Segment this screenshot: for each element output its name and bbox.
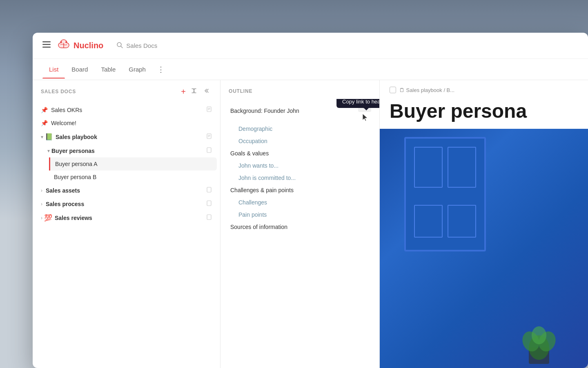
expand-view-button[interactable]	[189, 87, 199, 96]
sidebar-item-label: Buyer persona A	[55, 161, 98, 167]
doc-icon	[206, 147, 212, 154]
door-panel-top-right	[448, 147, 476, 188]
outline-title: OUTLINE	[220, 80, 379, 99]
doc-icon	[206, 214, 212, 221]
svg-rect-0	[42, 41, 51, 43]
logo-text: Nuclino	[74, 41, 103, 50]
sidebar-item-sales-playbook[interactable]: ▾ 📗 Sales playbook	[36, 130, 217, 144]
sidebar-header: SALES DOCS +	[33, 80, 220, 103]
tab-table[interactable]: Table	[94, 60, 122, 79]
plant-decoration	[514, 294, 564, 368]
svg-rect-16	[207, 148, 211, 153]
item-emoji: 📗	[45, 133, 53, 141]
search-icon	[116, 42, 123, 49]
copy-link-tooltip: Copy link to heading	[336, 99, 379, 108]
sidebar-item-label: Sales process	[46, 201, 84, 207]
app-container: Nuclino Sales Docs List Board Table Grap…	[33, 33, 588, 368]
outline-item-sources[interactable]: Sources of information	[225, 221, 374, 233]
doc-icon	[206, 133, 212, 140]
svg-point-4	[60, 41, 62, 43]
pin-icon: 📌	[41, 120, 48, 126]
svg-rect-17	[207, 187, 211, 192]
sidebar-item-label: Buyer personas	[51, 148, 95, 154]
sidebar-item-sales-reviews[interactable]: › 💯 Sales reviews	[36, 211, 217, 225]
outline-items-list: Background: Founder John Copy link to he…	[220, 99, 379, 368]
document-title: Buyer persona	[380, 100, 588, 129]
tab-list[interactable]: List	[42, 60, 65, 79]
chevron-right-icon: ›	[41, 215, 42, 221]
sidebar-item-label: Sales playbook	[56, 134, 97, 140]
breadcrumb: 🗒 Sales playbook / B...	[380, 80, 588, 100]
sidebar-actions: +	[181, 87, 212, 96]
svg-point-25	[532, 326, 546, 344]
tab-board[interactable]: Board	[65, 60, 94, 79]
outline-item-john-committed[interactable]: John is committed to...	[234, 172, 374, 184]
chevron-right-icon: ›	[41, 188, 42, 193]
door-decoration	[404, 137, 486, 251]
chevron-right-icon: ›	[41, 201, 42, 207]
breadcrumb-checkbox	[390, 87, 396, 93]
outline-item-challenges-heading[interactable]: Challenges & pain points	[225, 184, 374, 196]
tabs-bar: List Board Table Graph ⋮	[33, 59, 588, 80]
svg-point-5	[65, 41, 67, 43]
outline-item-pain-points[interactable]: Pain points	[234, 209, 374, 221]
sidebar: SALES DOCS +	[33, 80, 220, 368]
logo: Nuclino	[57, 38, 103, 53]
pin-icon: 📌	[41, 107, 48, 113]
outline-row-background: Background: Founder John Copy link to he…	[225, 99, 374, 123]
document-image-area	[380, 129, 588, 368]
doc-icon	[206, 200, 212, 207]
outline-item-goals-values[interactable]: Goals & values	[225, 147, 374, 159]
tab-graph[interactable]: Graph	[122, 60, 152, 79]
sidebar-item-label: Welcome!	[51, 120, 76, 126]
outline-item-occupation[interactable]: Occupation	[234, 135, 374, 147]
item-emoji: 💯	[44, 214, 52, 222]
sidebar-item-label: Buyer persona B	[54, 174, 96, 180]
door-panel-top-left	[414, 147, 443, 188]
document-cover-image	[380, 129, 588, 368]
sidebar-item-buyer-persona-a[interactable]: Buyer persona A	[49, 157, 217, 171]
sidebar-item-sales-assets[interactable]: › Sales assets	[36, 184, 217, 197]
add-item-button[interactable]: +	[181, 87, 186, 96]
collapse-sidebar-button[interactable]	[202, 87, 212, 96]
outline-item-demographic[interactable]: Demographic	[234, 123, 374, 135]
search-text: Sales Docs	[126, 42, 157, 49]
menu-icon[interactable]	[42, 41, 51, 50]
svg-line-7	[121, 46, 122, 48]
door-panel-bottom-left	[414, 205, 443, 238]
svg-rect-19	[207, 215, 211, 220]
search-area[interactable]: Sales Docs	[116, 42, 157, 49]
svg-rect-1	[42, 44, 51, 45]
sidebar-item-buyer-persona-b[interactable]: Buyer persona B	[49, 171, 217, 184]
doc-icon	[206, 106, 212, 113]
sidebar-item-label: Sales assets	[46, 187, 80, 194]
sidebar-item-buyer-personas[interactable]: ▾ Buyer personas	[42, 144, 217, 157]
sidebar-item-label: Sales OKRs	[51, 107, 82, 113]
sidebar-title: SALES DOCS	[41, 89, 76, 94]
sidebar-item-welcome[interactable]: 📌 Welcome!	[36, 117, 217, 130]
more-tabs-button[interactable]: ⋮	[152, 59, 169, 80]
logo-brain-icon	[57, 38, 70, 53]
chevron-down-icon: ▾	[47, 148, 50, 154]
svg-rect-18	[207, 201, 211, 206]
chevron-down-icon: ▾	[41, 134, 43, 140]
sidebar-items-list: 📌 Sales OKRs 📌 Welcome!	[33, 103, 220, 368]
outline-item-challenges-sub[interactable]: Challenges	[234, 196, 374, 209]
doc-icon	[206, 187, 212, 194]
main-content: SALES DOCS +	[33, 80, 588, 368]
header: Nuclino Sales Docs	[33, 33, 588, 59]
document-area: 🗒 Sales playbook / B... Buyer persona	[380, 80, 588, 368]
door-panel-bottom-right	[448, 205, 476, 238]
sidebar-item-sales-okrs[interactable]: 📌 Sales OKRs	[36, 103, 217, 117]
svg-rect-2	[42, 47, 51, 48]
sidebar-item-sales-process[interactable]: › Sales process	[36, 197, 217, 211]
cursor-icon	[361, 113, 370, 123]
outline-panel: OUTLINE Background: Founder John Copy li…	[220, 80, 380, 368]
outline-item-background-container: Background: Founder John Copy link to he…	[225, 99, 374, 123]
outline-item-john-wants[interactable]: John wants to...	[234, 159, 374, 172]
breadcrumb-text: 🗒 Sales playbook / B...	[399, 87, 454, 93]
sidebar-item-label: Sales reviews	[55, 215, 92, 221]
